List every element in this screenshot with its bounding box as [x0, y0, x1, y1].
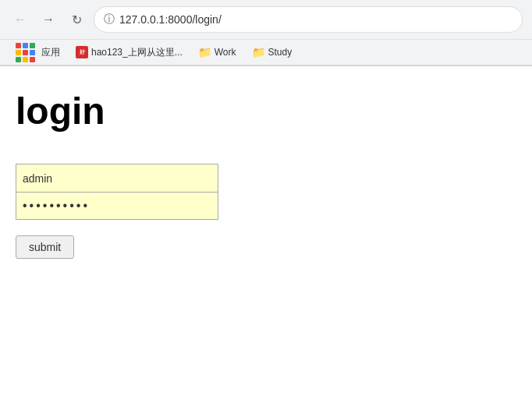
username-input[interactable]	[16, 164, 218, 192]
nav-bar: ← → ↻ ⓘ 127.0.0.1:8000/login/	[0, 0, 532, 39]
login-form: submit	[16, 164, 218, 259]
url-display: 127.0.0.1:8000/login/	[119, 13, 222, 26]
work-bookmark[interactable]: 📁 Work	[192, 44, 243, 61]
study-folder-icon: 📁	[252, 46, 265, 58]
browser-chrome: ← → ↻ ⓘ 127.0.0.1:8000/login/	[0, 0, 532, 66]
forward-button[interactable]: →	[37, 9, 59, 30]
apps-label: 应用	[41, 46, 60, 59]
apps-bookmark[interactable]: 应用	[9, 41, 66, 65]
address-bar[interactable]: ⓘ 127.0.0.1:8000/login/	[94, 6, 523, 33]
apps-icon	[16, 43, 35, 62]
password-input[interactable]	[16, 192, 218, 220]
back-button[interactable]: ←	[9, 9, 31, 30]
work-folder-icon: 📁	[198, 46, 211, 58]
info-icon: ⓘ	[104, 12, 115, 27]
hao123-bookmark[interactable]: 好 hao123_上网从这里...	[69, 44, 189, 62]
reload-button[interactable]: ↻	[66, 9, 87, 30]
bookmarks-bar: 应用 好 hao123_上网从这里... 📁 Work 📁 Study	[0, 39, 532, 65]
submit-button[interactable]: submit	[16, 235, 74, 259]
hao123-icon: 好	[76, 46, 88, 58]
page-title: login	[16, 90, 516, 133]
study-bookmark[interactable]: 📁 Study	[246, 44, 299, 61]
work-label: Work	[215, 47, 236, 58]
hao123-label: hao123_上网从这里...	[91, 46, 183, 59]
page-content: login submit	[0, 66, 532, 410]
study-label: Study	[268, 47, 293, 58]
